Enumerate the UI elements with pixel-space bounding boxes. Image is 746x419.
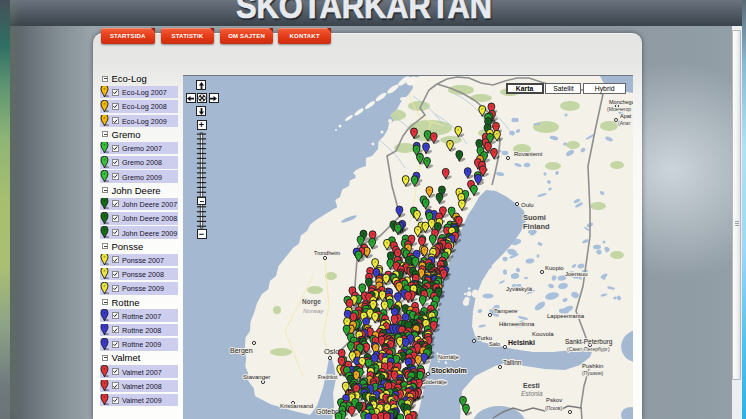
svg-text:Suomi: Suomi <box>523 213 546 222</box>
svg-text:Jyväskylä: Jyväskylä <box>506 286 533 292</box>
svg-text:Kristiansand: Kristiansand <box>280 403 313 409</box>
svg-text:(Мончегор: (Мончегор <box>607 106 631 112</box>
svg-text:(Апат: (Апат <box>618 120 631 126</box>
svg-text:Oslo: Oslo <box>324 347 339 356</box>
svg-text:Apat: Apat <box>620 113 632 119</box>
svg-text:Joensuu: Joensuu <box>565 271 588 277</box>
svg-text:Salo: Salo <box>489 341 500 347</box>
svg-text:(Псков): (Псков) <box>545 405 562 411</box>
svg-text:Estonia: Estonia <box>521 390 543 397</box>
svg-text:Stockholm: Stockholm <box>431 367 467 374</box>
svg-text:Lappeenranta: Lappeenranta <box>547 313 585 319</box>
svg-text:Pskov: Pskov <box>546 397 562 403</box>
svg-text:Rovaniemi: Rovaniemi <box>514 151 542 157</box>
svg-text:Finland: Finland <box>523 222 550 231</box>
svg-text:Oulu: Oulu <box>521 202 534 208</box>
svg-text:Hämeenlinna: Hämeenlinna <box>499 321 535 327</box>
svg-text:Kouvola: Kouvola <box>532 331 554 337</box>
svg-text:Trondheim: Trondheim <box>314 250 341 256</box>
svg-text:(Санкт-Петербург): (Санкт-Петербург) <box>567 346 610 352</box>
svg-text:Pushkin: Pushkin <box>582 363 603 369</box>
svg-text:Helsinki: Helsinki <box>508 339 535 346</box>
svg-text:Monchego: Monchego <box>609 99 633 105</box>
svg-text:Norway: Norway <box>303 308 324 314</box>
svg-text:(Пушкин): (Пушкин) <box>582 370 604 376</box>
svg-text:Tampere: Tampere <box>494 308 518 314</box>
svg-text:Norge: Norge <box>302 298 321 306</box>
svg-text:Sankt-Peterburg: Sankt-Peterburg <box>565 338 613 346</box>
svg-text:Tallinn: Tallinn <box>503 359 522 366</box>
svg-text:Stavanger: Stavanger <box>243 374 270 380</box>
svg-text:Kuopio: Kuopio <box>545 265 564 271</box>
svg-text:Bergen: Bergen <box>230 347 253 355</box>
svg-text:Eesti: Eesti <box>523 382 540 389</box>
svg-text:Norrtälje: Norrtälje <box>438 354 459 360</box>
svg-text:Fredrikst: Fredrikst <box>318 374 338 380</box>
